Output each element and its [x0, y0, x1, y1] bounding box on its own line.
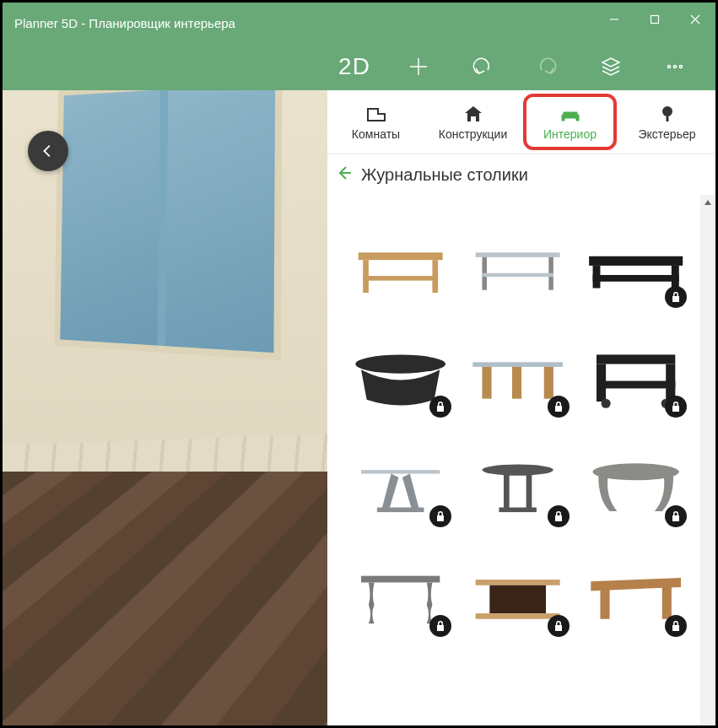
catalog[interactable] — [327, 195, 700, 725]
catalog-item[interactable] — [344, 330, 456, 423]
catalog-item[interactable] — [580, 220, 692, 313]
viewport-3d[interactable] — [3, 90, 327, 725]
tab-label: Конструкции — [439, 127, 508, 141]
window-controls — [594, 3, 715, 36]
svg-point-7 — [667, 65, 670, 67]
content-area: Комнаты Конструкции Интериор Экстерьер — [3, 90, 715, 725]
svg-rect-20 — [483, 273, 553, 277]
tab-rooms[interactable]: Комнаты — [327, 90, 424, 154]
category-tabs: Комнаты Конструкции Интериор Экстерьер — [327, 90, 715, 154]
catalog-grid — [344, 220, 692, 642]
app-window: Planner 5D - Планировщик интерьера 2D — [3, 3, 715, 725]
svg-rect-29 — [544, 367, 553, 399]
svg-rect-27 — [483, 367, 492, 399]
svg-rect-43 — [361, 576, 440, 583]
more-button[interactable] — [643, 43, 707, 90]
svg-rect-45 — [490, 585, 547, 613]
tab-label: Комнаты — [352, 127, 400, 141]
toggle-2d-3d-button[interactable]: 2D — [322, 43, 386, 90]
svg-point-8 — [673, 65, 676, 67]
lock-icon — [665, 505, 687, 527]
svg-point-38 — [483, 464, 553, 475]
maximize-button[interactable] — [634, 3, 675, 36]
svg-rect-30 — [597, 354, 675, 364]
catalog-item[interactable] — [462, 330, 574, 423]
toolbar: 2D — [3, 43, 715, 90]
subcategory-title: Журнальные столики — [361, 165, 528, 185]
svg-rect-47 — [600, 589, 609, 619]
svg-rect-1 — [651, 16, 659, 24]
subcategory-header: Журнальные столики — [327, 154, 715, 195]
catalog-item[interactable] — [580, 439, 692, 532]
viewport-back-button[interactable] — [28, 131, 68, 171]
svg-point-10 — [662, 106, 672, 116]
lock-icon — [548, 615, 570, 637]
tab-label: Интериор — [543, 127, 597, 141]
tab-exterior[interactable]: Экстерьер — [618, 90, 715, 154]
lock-icon — [665, 396, 687, 418]
catalog-container — [327, 195, 715, 725]
tab-interior[interactable]: Интериор — [521, 90, 618, 154]
lock-icon — [665, 615, 687, 637]
svg-rect-48 — [661, 585, 671, 619]
catalog-item[interactable] — [344, 220, 456, 313]
svg-rect-46 — [476, 613, 560, 619]
svg-rect-41 — [499, 508, 537, 513]
scroll-up-button[interactable] — [700, 195, 715, 210]
catalog-item[interactable] — [344, 549, 456, 642]
titlebar: Planner 5D - Планировщик интерьера — [3, 3, 715, 43]
svg-rect-40 — [526, 472, 532, 509]
svg-point-9 — [679, 65, 682, 67]
catalog-item[interactable] — [462, 220, 574, 313]
svg-rect-16 — [363, 276, 438, 281]
svg-rect-36 — [361, 470, 440, 473]
catalog-item[interactable] — [462, 549, 574, 642]
catalog-item[interactable] — [344, 439, 456, 532]
lock-icon — [665, 286, 687, 308]
add-button[interactable] — [386, 43, 451, 90]
svg-rect-21 — [589, 256, 683, 266]
svg-rect-11 — [666, 116, 668, 121]
svg-rect-28 — [512, 367, 521, 399]
svg-point-34 — [601, 399, 610, 408]
tab-label: Экстерьер — [638, 127, 695, 141]
floor — [3, 472, 327, 725]
svg-rect-24 — [592, 275, 678, 282]
svg-rect-13 — [359, 252, 443, 260]
undo-button[interactable] — [451, 43, 515, 90]
mode-label: 2D — [338, 53, 370, 80]
catalog-item[interactable] — [580, 330, 692, 423]
svg-marker-49 — [705, 200, 711, 205]
svg-rect-17 — [476, 252, 560, 257]
lock-icon — [548, 505, 570, 527]
layers-button[interactable] — [579, 43, 643, 90]
close-button[interactable] — [675, 3, 715, 36]
redo-button[interactable] — [515, 43, 579, 90]
svg-rect-33 — [597, 381, 675, 389]
svg-rect-44 — [476, 580, 560, 585]
lock-icon — [548, 396, 570, 418]
side-panel: Комнаты Конструкции Интериор Экстерьер — [327, 90, 715, 725]
minimize-button[interactable] — [594, 3, 634, 36]
room-window — [54, 90, 282, 360]
svg-rect-37 — [377, 508, 424, 513]
svg-rect-26 — [473, 362, 564, 367]
catalog-item[interactable] — [462, 439, 574, 532]
svg-marker-6 — [602, 58, 619, 67]
scrollbar[interactable] — [700, 195, 715, 725]
svg-rect-39 — [504, 472, 510, 509]
subcategory-back-button[interactable] — [334, 163, 354, 186]
catalog-item[interactable] — [580, 549, 692, 642]
svg-point-25 — [355, 354, 445, 373]
tab-construction[interactable]: Конструкции — [424, 90, 521, 154]
